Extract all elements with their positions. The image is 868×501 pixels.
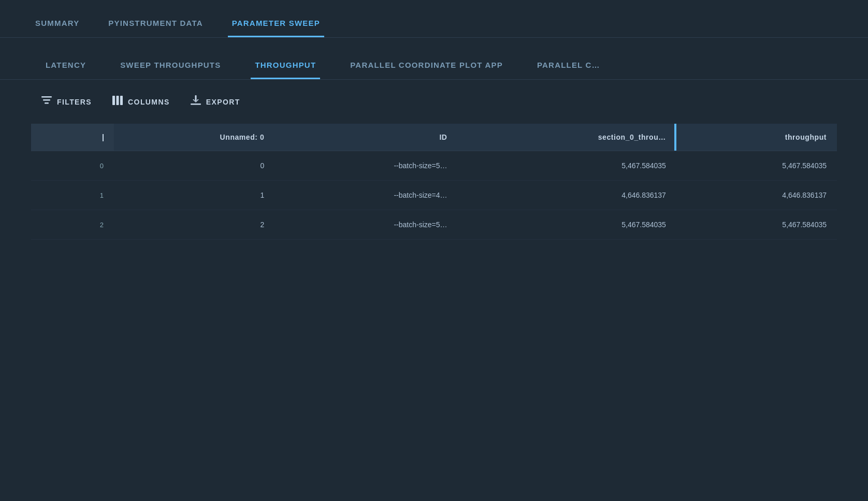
columns-button[interactable]: COLUMNS	[112, 96, 170, 108]
cell-throughput-2: 5,467.584035	[676, 210, 837, 240]
svg-rect-0	[41, 96, 52, 98]
columns-icon	[112, 96, 123, 108]
cell-unnamed-0-1: 1	[114, 181, 274, 210]
col-header-section-0-throu[interactable]: section_0_throu…	[458, 124, 676, 151]
svg-rect-3	[112, 96, 115, 105]
svg-rect-6	[191, 104, 201, 105]
export-label: EXPORT	[206, 98, 240, 106]
tab-summary[interactable]: SUMMARY	[31, 10, 83, 37]
tab-pyinstrument[interactable]: PYINSTRUMENT DATA	[104, 10, 207, 37]
cell-row-num-1: 1	[31, 181, 114, 210]
cell-unnamed-0-0: 0	[114, 151, 274, 181]
tab-sweep-throughputs[interactable]: SWEEP THROUGHPUTS	[116, 52, 225, 79]
filters-button[interactable]: FILTERS	[41, 96, 92, 107]
tab-parameter-sweep[interactable]: PARAMETER SWEEP	[228, 10, 324, 37]
cell-row-num-0: 0	[31, 151, 114, 181]
cell-section-0-throu-0: 5,467.584035	[458, 151, 676, 181]
svg-rect-2	[45, 102, 49, 104]
svg-rect-7	[195, 95, 196, 101]
columns-label: COLUMNS	[128, 98, 170, 106]
cell-unnamed-0-2: 2	[114, 210, 274, 240]
export-icon	[191, 95, 201, 108]
svg-rect-5	[120, 96, 123, 105]
toolbar: FILTERS COLUMNS EXPORT	[0, 80, 868, 124]
tab-latency[interactable]: LATENCY	[41, 52, 90, 79]
cell-id-1: --batch-size=4…	[274, 181, 457, 210]
col-resize-handle[interactable]	[674, 124, 676, 151]
export-button[interactable]: EXPORT	[191, 95, 240, 108]
table-header-row: Unnamed: 0 ID section_0_throu… throughpu…	[31, 124, 837, 151]
tab-parallel-c[interactable]: PARALLEL C…	[533, 52, 604, 79]
cell-section-0-throu-2: 5,467.584035	[458, 210, 676, 240]
cell-id-0: --batch-size=5…	[274, 151, 457, 181]
table-row: 0 0 --batch-size=5… 5,467.584035 5,467.5…	[31, 151, 837, 181]
cell-id-2: --batch-size=5…	[274, 210, 457, 240]
data-table: Unnamed: 0 ID section_0_throu… throughpu…	[31, 124, 837, 240]
col-header-throughput[interactable]: throughput	[676, 124, 837, 151]
top-nav: SUMMARY PYINSTRUMENT DATA PARAMETER SWEE…	[0, 0, 868, 38]
search-header-cell[interactable]	[31, 124, 114, 151]
secondary-nav: LATENCY SWEEP THROUGHPUTS THROUGHPUT PAR…	[0, 38, 868, 80]
table-body: 0 0 --batch-size=5… 5,467.584035 5,467.5…	[31, 151, 837, 240]
table-row: 2 2 --batch-size=5… 5,467.584035 5,467.5…	[31, 210, 837, 240]
tab-parallel-coordinate-plot-app[interactable]: PARALLEL COORDINATE PLOT APP	[346, 52, 507, 79]
col-header-unnamed-0[interactable]: Unnamed: 0	[114, 124, 274, 151]
svg-rect-4	[117, 96, 119, 105]
cell-section-0-throu-1: 4,646.836137	[458, 181, 676, 210]
filters-label: FILTERS	[57, 98, 92, 106]
col-header-id[interactable]: ID	[274, 124, 457, 151]
cell-row-num-2: 2	[31, 210, 114, 240]
table-container: Unnamed: 0 ID section_0_throu… throughpu…	[0, 124, 868, 240]
filters-icon	[41, 96, 52, 107]
search-cursor	[103, 134, 104, 141]
cell-throughput-0: 5,467.584035	[676, 151, 837, 181]
table-row: 1 1 --batch-size=4… 4,646.836137 4,646.8…	[31, 181, 837, 210]
tab-throughput[interactable]: THROUGHPUT	[251, 52, 320, 79]
svg-rect-1	[43, 99, 50, 101]
cell-throughput-1: 4,646.836137	[676, 181, 837, 210]
